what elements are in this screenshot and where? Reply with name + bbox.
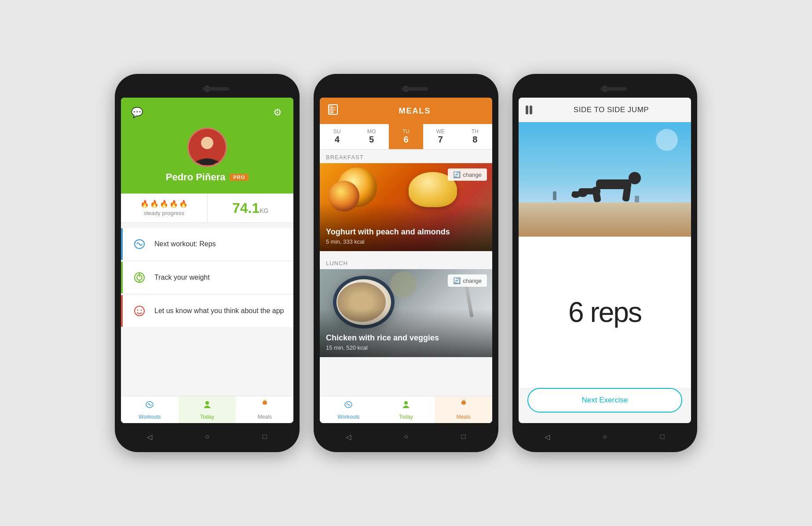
feedback-icon (131, 302, 148, 320)
android-nav-exercise: ◁ ○ □ (519, 426, 691, 448)
home-button-3[interactable]: ○ (599, 431, 611, 443)
phone-top-bar-2 (320, 82, 492, 96)
day-tu-num: 6 (403, 135, 408, 145)
day-we-num: 7 (438, 135, 443, 145)
back-button-2[interactable]: ◁ (342, 431, 355, 443)
tab-today-label-2: Today (399, 414, 413, 420)
tab-today-label: Today (200, 414, 214, 420)
athlete-svg (570, 164, 658, 208)
day-th-name: TH (472, 128, 479, 135)
day-tu[interactable]: TU 6 (389, 124, 423, 149)
lunch-card[interactable]: Chicken with rice and veggies 15 min, 52… (320, 269, 492, 357)
svg-point-8 (141, 310, 142, 311)
back-button[interactable]: ◁ (143, 431, 156, 443)
today-tab-icon (202, 399, 212, 413)
exercise-image (519, 122, 691, 237)
home-button[interactable]: ○ (201, 431, 213, 443)
lunch-info: Chicken with rice and veggies 15 min, 52… (326, 333, 439, 351)
meals-tab-icon-2 (458, 399, 469, 413)
recents-button[interactable]: □ (259, 431, 271, 443)
weight-action[interactable]: Track your weight (121, 262, 293, 293)
exercise-title: SIDE TO SIDE JUMP (538, 106, 684, 114)
settings-icon[interactable]: ⚙ (270, 105, 285, 121)
change-icon: 🔄 (453, 171, 461, 178)
tab-bar-meals: Workouts Today Meals (320, 396, 492, 423)
feedback-action[interactable]: Let us know what you think about the app (121, 295, 293, 327)
speaker-2 (402, 87, 428, 91)
lunch-label: LUNCH (320, 256, 492, 269)
tab-meals-label-2: Meals (457, 414, 471, 420)
svg-point-23 (578, 191, 587, 197)
phone-top-bar (121, 82, 293, 96)
day-selector: SU 4 MO 5 TU 6 WE 7 TH 8 (320, 124, 492, 150)
tab-workouts-2[interactable]: Workouts (320, 396, 377, 423)
speaker (203, 87, 229, 91)
tab-workouts[interactable]: Workouts (121, 396, 179, 423)
tab-workouts-label-2: Workouts (337, 414, 359, 420)
svg-point-7 (137, 310, 139, 311)
svg-point-1 (201, 137, 213, 149)
today-tab-icon-2 (401, 399, 411, 413)
breakfast-card[interactable]: Yoghurt with peach and almonds 5 min, 33… (320, 163, 492, 251)
back-button-3[interactable]: ◁ (541, 431, 553, 443)
next-exercise-button[interactable]: Next Exercise (527, 388, 682, 413)
distant-person (553, 191, 556, 200)
action-list: Next workout: Reps Track your weight (121, 223, 293, 396)
tab-today-2[interactable]: Today (377, 396, 435, 423)
flame-icons: 🔥 🔥 🔥 🔥 🔥 (140, 200, 188, 208)
tab-meals-label: Meals (258, 414, 272, 420)
home-button-2[interactable]: ○ (400, 431, 412, 443)
reps-section: 6 reps (519, 237, 691, 388)
profile-header: 💬 ⚙ Pedro Piñera PRO (121, 98, 293, 194)
user-name-text: Pedro Piñera (166, 172, 226, 183)
tab-meals[interactable]: Meals (236, 396, 293, 423)
pause-bar-1 (526, 106, 528, 114)
weight-track-icon (131, 269, 148, 286)
weight-unit: KG (260, 207, 268, 214)
stats-row: 🔥 🔥 🔥 🔥 🔥 steady progress 74.1KG (121, 194, 293, 223)
day-mo[interactable]: MO 5 (354, 124, 388, 149)
flame-5: 🔥 (179, 200, 188, 208)
workout-text: Next workout: Reps (154, 239, 216, 249)
user-name-row: Pedro Piñera PRO (166, 172, 249, 183)
pause-bar-2 (530, 106, 532, 114)
day-we[interactable]: WE 7 (423, 124, 457, 149)
lunch-change-btn[interactable]: 🔄 change (448, 274, 487, 287)
breakfast-name: Yoghurt with peach and almonds (326, 227, 450, 237)
android-nav-meals: ◁ ○ □ (320, 426, 492, 448)
svg-point-17 (629, 172, 641, 184)
distant-person-2 (635, 196, 639, 202)
exercise-screen: SIDE TO SIDE JUMP (519, 98, 691, 423)
book-icon (327, 103, 339, 118)
lunch-meta: 15 min, 520 kcal (326, 344, 439, 351)
lunch-name: Chicken with rice and veggies (326, 333, 439, 343)
weight-track-text: Track your weight (154, 273, 210, 282)
day-th[interactable]: TH 8 (458, 124, 492, 149)
android-nav-buttons: ◁ ○ □ (121, 429, 293, 445)
workout-action[interactable]: Next workout: Reps (121, 228, 293, 260)
day-su-num: 4 (335, 135, 340, 145)
day-mo-num: 5 (369, 135, 374, 145)
pause-button[interactable] (526, 106, 532, 114)
day-su[interactable]: SU 4 (320, 124, 354, 149)
tab-today[interactable]: Today (179, 396, 236, 423)
breakfast-change-btn[interactable]: 🔄 change (448, 168, 487, 181)
flame-3: 🔥 (160, 200, 168, 208)
chat-icon[interactable]: 💬 (129, 105, 145, 121)
breakfast-info: Yoghurt with peach and almonds 5 min, 33… (326, 227, 450, 245)
speaker-3 (600, 87, 627, 91)
day-mo-name: MO (367, 128, 376, 135)
phone-meals: MEALS SU 4 MO 5 TU 6 WE 7 TH 8 (314, 74, 498, 452)
recents-button-3[interactable]: □ (656, 431, 669, 443)
change-icon-2: 🔄 (453, 277, 461, 284)
streak-stat: 🔥 🔥 🔥 🔥 🔥 steady progress (121, 194, 208, 223)
steady-progress-label: steady progress (144, 210, 185, 216)
tab-meals-2[interactable]: Meals (435, 396, 492, 423)
recents-button-2[interactable]: □ (457, 431, 470, 443)
flame-1: 🔥 (140, 200, 149, 208)
meals-scroll: BREAKFAST Yoghurt with peach and almonds… (320, 150, 492, 396)
weight-value: 74.1KG (232, 200, 269, 216)
avatar[interactable] (187, 128, 227, 167)
today-screen: 💬 ⚙ Pedro Piñera PRO 🔥 🔥 (121, 98, 293, 423)
lunch-image: Chicken with rice and veggies 15 min, 52… (320, 269, 492, 357)
